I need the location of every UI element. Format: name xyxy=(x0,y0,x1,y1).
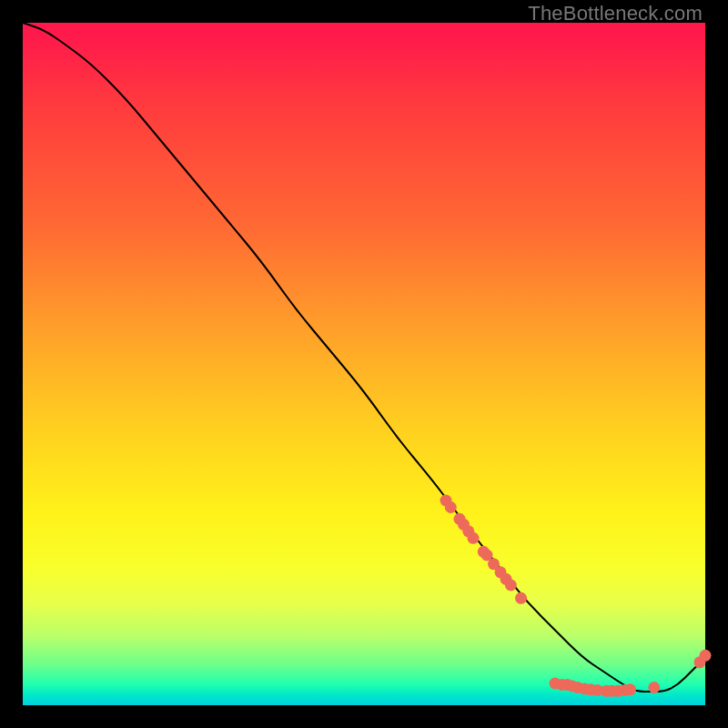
chart-frame: TheBottleneck.com xyxy=(0,0,728,728)
gradient-plot-area xyxy=(23,23,705,705)
watermark-text: TheBottleneck.com xyxy=(528,2,703,25)
